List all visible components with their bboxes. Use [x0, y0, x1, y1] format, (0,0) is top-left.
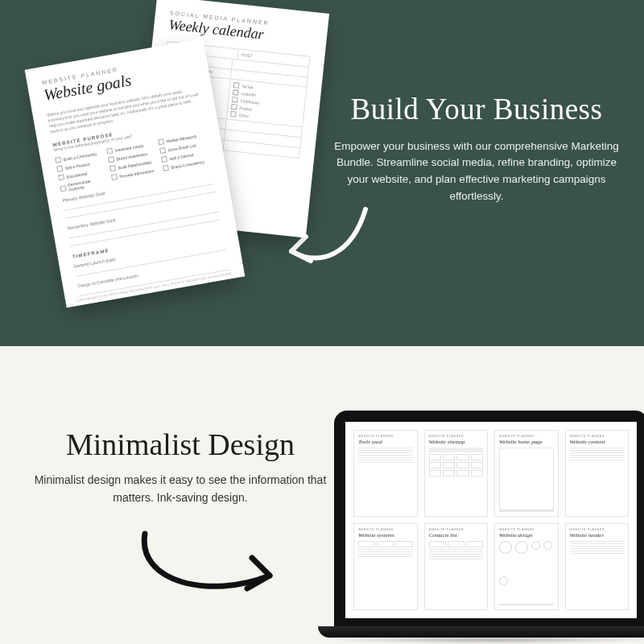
hero-body: Empower your business with our comprehen…: [332, 138, 621, 206]
thumb-content: WEBSITE PLANNER Website content: [565, 430, 630, 517]
thumb-kicker: WEBSITE PLANNER: [358, 435, 413, 438]
thumb-kicker: WEBSITE PLANNER: [358, 528, 413, 531]
thumb-design: WEBSITE PLANNER Website design: [494, 523, 559, 610]
laptop-screen: WEBSITE PLANNER Tools used WEBSITE PLANN…: [345, 422, 637, 618]
thumb-title: Website header: [570, 532, 625, 539]
minimalist-copy: Minimalist Design Minimalist design make…: [27, 427, 333, 506]
laptop-bezel: WEBSITE PLANNER Tools used WEBSITE PLANN…: [334, 411, 644, 626]
minimalist-heading: Minimalist Design: [27, 427, 333, 462]
hero-bottom-section: Minimalist Design Minimalist design make…: [0, 346, 644, 644]
thumb-title: Contacts list: [429, 532, 484, 539]
thumb-kicker: WEBSITE PLANNER: [429, 435, 484, 438]
thumb-title: Website systems: [358, 532, 413, 539]
thumb-header: WEBSITE PLANNER Website header: [565, 523, 630, 610]
thumb-systems: WEBSITE PLANNER Website systems: [353, 523, 418, 610]
laptop-mockup: WEBSITE PLANNER Tools used WEBSITE PLANN…: [318, 411, 644, 644]
thumb-title: Website design: [499, 532, 554, 539]
laptop-base: [318, 626, 644, 638]
thumb-tools-used: WEBSITE PLANNER Tools used: [353, 430, 418, 517]
thumb-sitemap: WEBSITE PLANNER Website sitemap: [424, 430, 489, 517]
arrow-curve-right-icon: [133, 519, 294, 608]
thumb-kicker: WEBSITE PLANNER: [570, 435, 625, 438]
thumb-home-page: WEBSITE PLANNER Website home page: [494, 430, 559, 517]
thumb-contacts: WEBSITE PLANNER Contacts list: [424, 523, 489, 610]
hero-copy: Build Your Business Empower your busines…: [332, 93, 621, 205]
minimalist-body: Minimalist design makes it easy to see t…: [27, 472, 333, 506]
thumb-title: Tools used: [358, 439, 413, 445]
hero-top-section: Build Your Business Empower your busines…: [0, 0, 644, 346]
thumb-title: Website content: [570, 439, 625, 445]
thumb-kicker: WEBSITE PLANNER: [499, 528, 554, 531]
thumb-kicker: WEBSITE PLANNER: [429, 528, 484, 531]
thumb-kicker: WEBSITE PLANNER: [570, 528, 625, 531]
hero-heading: Build Your Business: [332, 93, 621, 127]
thumb-kicker: WEBSITE PLANNER: [499, 435, 554, 438]
thumb-title: Website home page: [499, 439, 554, 445]
thumb-title: Website sitemap: [429, 439, 484, 445]
paper-mockups: SOCIAL MEDIA PLANNER Weekly calendar POS…: [32, 0, 330, 350]
